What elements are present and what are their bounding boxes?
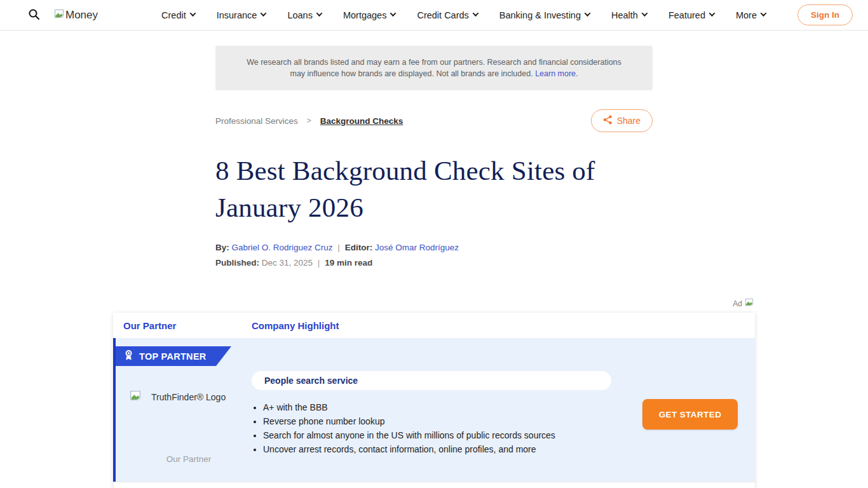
nav-item[interactable]: Health [611,10,647,20]
service-tag-pill: People search service [252,371,611,390]
breadcrumb-separator: > [307,116,311,125]
chevron-down-icon [761,10,767,17]
published-label: Published: [215,258,259,268]
logo-alt-text: Money [65,9,98,22]
nav-item[interactable]: More [736,10,766,20]
chevron-down-icon [261,10,267,17]
breadcrumb: Professional Services > Background Check… [215,116,403,126]
nav-item[interactable]: Insurance [217,10,266,20]
nav-item-label: Health [611,10,638,20]
search-button[interactable] [28,8,40,22]
partner-logo-alt: TruthFinder® Logo [151,392,226,402]
get-started-button[interactable]: GET STARTED [642,399,738,430]
medal-icon [124,349,133,363]
nav-item-label: More [736,10,757,20]
article-header: 8 Best Background Check Sites of January… [215,152,653,268]
top-nav: Money Credit Insurance Loans Mortgages [0,0,868,30]
page-title: 8 Best Background Check Sites of January… [215,152,653,226]
partner-table-zone: Ad Our Partner Company Highlight TOP PAR… [113,298,755,488]
highlight-bullet: Search for almost anyone in the US with … [263,431,625,440]
nav-item-label: Credit Cards [417,10,468,20]
learn-more-link[interactable]: Learn more. [535,69,578,78]
top-partner-label: TOP PARTNER [139,351,207,362]
nav-item[interactable]: Featured [668,10,714,20]
nav-item-label: Loans [287,10,313,20]
breadcrumb-parent[interactable]: Professional Services [215,116,298,126]
nav-item[interactable]: Credit Cards [417,10,477,20]
money-logo[interactable]: Money [54,9,98,22]
search-icon [28,8,40,22]
partner-logo[interactable]: TruthFinder® Logo [130,390,248,403]
table-header-row: Our Partner Company Highlight [113,313,755,338]
nav-item-label: Mortgages [343,10,387,20]
highlight-bullet-list: A+ with the BBB Reverse phone number loo… [263,403,625,454]
share-button[interactable]: Share [591,109,653,132]
breadcrumb-current[interactable]: Background Checks [320,116,403,126]
partner-comparison-table: Our Partner Company Highlight TOP PARTNE… [113,313,755,488]
chevron-down-icon [189,10,196,17]
highlight-bullet: Reverse phone number lookup [263,417,625,426]
main-nav: Credit Insurance Loans Mortgages Credit … [155,10,772,20]
our-partner-caption: Our Partner [130,454,248,464]
published-date: Dec 31, 2025 [262,258,313,268]
column-header-company-highlight: Company Highlight [252,320,755,331]
chevron-down-icon [641,10,648,17]
chevron-down-icon [585,10,591,17]
highlight-bullet: Uncover arrest records, contact informat… [263,445,625,454]
sign-in-button[interactable]: Sign In [797,4,853,25]
ad-label: Ad [733,299,742,308]
nav-item-label: Credit [161,10,186,20]
broken-image-icon [54,9,64,22]
nav-item-label: Banking & Investing [499,10,581,20]
nav-item[interactable]: Mortgages [343,10,396,20]
byline-separator: | [335,243,342,252]
column-header-our-partner: Our Partner [113,320,252,331]
highlight-bullet: A+ with the BBB [263,403,625,412]
chevron-down-icon [390,10,397,17]
top-partner-badge: TOP PARTNER [116,346,231,366]
broken-image-icon [130,390,141,403]
cta-cell: GET STARTED [625,338,755,482]
top-partner-row: TOP PARTNER TruthFinder® Logo Our Partne… [113,338,755,482]
share-label: Share [617,116,641,126]
read-time: 19 min read [325,258,372,268]
share-icon [603,115,613,126]
nav-item-label: Featured [668,10,705,20]
byline: By: Gabriel O. Rodriguez Cruz | Editor: … [215,243,653,252]
company-highlight-cell: People search service A+ with the BBB Re… [252,338,625,482]
by-label: By: [215,243,229,252]
publish-line: Published: Dec 31, 2025 | 19 min read [215,258,653,268]
nav-item[interactable]: Loans [287,10,322,20]
nav-item[interactable]: Credit [161,10,195,20]
advertiser-disclosure: We research all brands listed and may ea… [215,46,653,90]
breadcrumb-row: Professional Services > Background Check… [215,109,653,132]
chevron-down-icon [316,10,322,17]
nav-item-label: Insurance [217,10,257,20]
nav-item[interactable]: Banking & Investing [499,10,590,20]
ad-row: Ad [113,298,755,309]
author-link[interactable]: Gabriel O. Rodriguez Cruz [232,243,333,252]
editor-link[interactable]: José Omar Rodríguez [375,243,459,252]
publish-separator: | [315,258,323,268]
chevron-down-icon [709,10,715,17]
editor-label: Editor: [345,243,373,252]
chevron-down-icon [472,10,478,17]
next-table-row-partial [113,482,755,488]
broken-image-icon [745,298,754,309]
